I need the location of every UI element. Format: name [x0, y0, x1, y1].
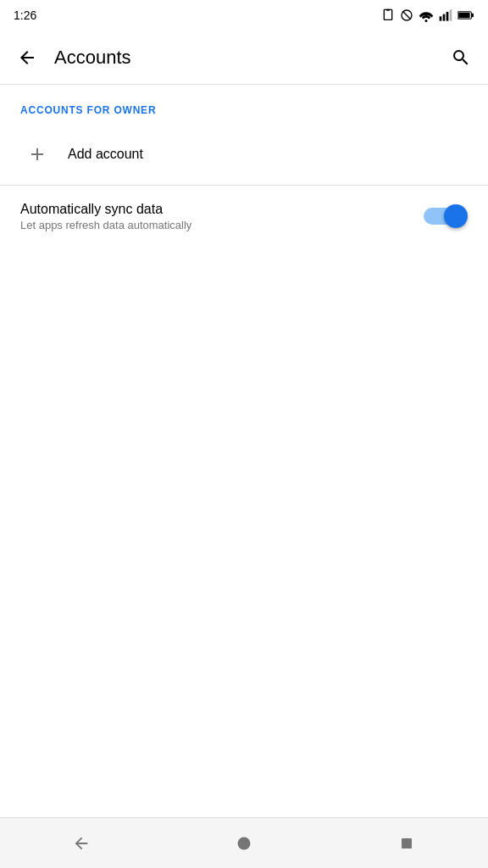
nav-recents-button[interactable]: [381, 818, 432, 869]
add-account-item[interactable]: Add account: [0, 124, 488, 185]
auto-sync-subtitle: Let apps refresh data automatically: [20, 219, 424, 231]
svg-rect-13: [402, 838, 412, 849]
svg-point-12: [238, 837, 251, 849]
section-header-text: ACCOUNTS FOR OWNER: [20, 104, 156, 116]
svg-line-3: [402, 11, 410, 19]
battery-icon: [458, 9, 474, 21]
clipboard-icon: [381, 8, 395, 22]
page-title: Accounts: [54, 47, 441, 69]
content-area: ACCOUNTS FOR OWNER Add account Automatic…: [0, 85, 488, 817]
bottom-nav: [0, 817, 488, 868]
svg-rect-10: [472, 14, 474, 17]
svg-rect-0: [384, 9, 391, 19]
status-icons: [381, 8, 474, 22]
nav-home-button[interactable]: [219, 818, 269, 869]
add-account-text: Add account: [68, 147, 468, 162]
status-bar: 1:26: [0, 0, 488, 31]
app-bar: Accounts: [0, 31, 488, 85]
svg-rect-5: [440, 16, 442, 20]
svg-rect-6: [443, 14, 446, 21]
auto-sync-item[interactable]: Automatically sync data Let apps refresh…: [0, 186, 488, 247]
add-account-icon: [20, 137, 54, 171]
blocked-icon: [400, 8, 413, 22]
nav-back-button[interactable]: [56, 818, 107, 869]
auto-sync-title: Automatically sync data: [20, 202, 424, 217]
status-time: 1:26: [14, 8, 36, 22]
back-button[interactable]: [7, 37, 47, 78]
search-button[interactable]: [441, 37, 481, 78]
wifi-icon: [419, 8, 434, 22]
signal-icon: [439, 8, 452, 22]
svg-rect-7: [446, 12, 449, 21]
section-header: ACCOUNTS FOR OWNER: [0, 85, 488, 124]
svg-point-4: [425, 19, 428, 22]
auto-sync-toggle[interactable]: [424, 204, 468, 228]
svg-rect-11: [458, 13, 470, 18]
auto-sync-text: Automatically sync data Let apps refresh…: [20, 202, 424, 231]
toggle-thumb: [444, 204, 468, 228]
svg-rect-8: [450, 9, 452, 20]
svg-rect-1: [386, 9, 390, 11]
add-account-label: Add account: [68, 147, 468, 162]
